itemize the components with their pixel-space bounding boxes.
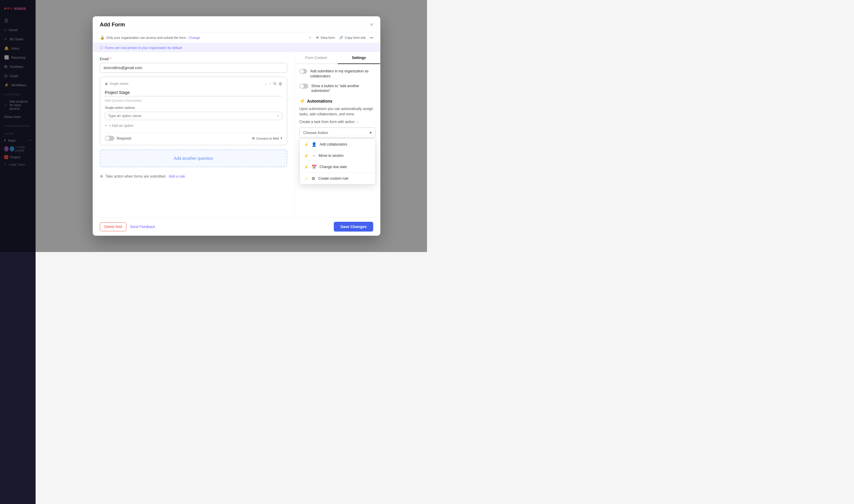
automations-title: ⚡ Automations [300,98,376,104]
privacy-banner: ⓘ Forms are now private to your organiza… [93,43,380,52]
choose-action-dropdown-menu: ⚡ 👤 Add collaborators ⚡ → Move to sectio… [300,139,376,184]
toggle-submission-label: Show a button to "add another submission… [312,84,376,94]
modal-header: Add Form × [93,16,380,32]
option-input[interactable] [108,114,277,118]
more-options-btn[interactable]: ••• [370,36,373,39]
toggle-row-add-submission: Show a button to "add another submission… [300,84,376,94]
move-down-btn[interactable]: ↓ [265,82,267,86]
connect-icon: ⊞ [252,137,255,140]
circle-icon: ◉ [105,82,108,86]
form-area: Email * ◉ Single-select ↓ ↑ ⧉ 🗑 [93,52,295,217]
question-type-label: ◉ Single-select [105,82,128,86]
clear-option-icon[interactable]: × [277,114,279,118]
question-action-buttons: ↓ ↑ ⧉ 🗑 [265,81,282,86]
close-icon[interactable]: × [370,22,373,28]
collaborators-icon: 👤 [312,142,317,147]
modal-body: Email * ◉ Single-select ↓ ↑ ⧉ 🗑 [93,52,380,217]
link-icon: 🔗 [339,36,343,39]
copy-form-link-btn[interactable]: 🔗 Copy form link [339,36,366,39]
chevron-down-icon: ▾ [370,130,372,135]
toggle-row-collaborators: Add submitters in my organization as col… [300,69,376,79]
question-title-input[interactable] [105,89,282,96]
send-feedback-button[interactable]: Send Feedback [130,225,155,229]
change-privacy-link[interactable]: Change [189,36,200,39]
lightning-icon: ⚡ [304,154,309,158]
option-input-row: × [105,112,282,120]
duplicate-btn[interactable]: ⧉ [273,81,276,86]
chevron-down-icon: ▾ [281,137,282,140]
dropdown-item-change-due-date[interactable]: ⚡ 📅 Change due date [300,161,375,173]
info-icon: ⓘ [100,46,103,50]
panel-tabs: Form Content Settings [295,52,380,64]
add-question-text: Add another question [174,156,213,161]
plus-option-icon: + [105,124,107,128]
dropdown-item-move-to-section[interactable]: ⚡ → Move to section [300,150,375,161]
dropdown-item-create-custom-rule[interactable]: ⚡ ⚙ Create custom rule [300,173,375,184]
add-option-btn[interactable]: + + Add an option [105,123,282,129]
automation-description: Upon submission you can automatically as… [300,106,376,117]
add-submission-toggle[interactable] [300,84,308,89]
connect-to-field-btn[interactable]: ⊞ Connect to field ▾ [252,137,282,140]
lightning-icon: ⚡ [304,165,309,169]
add-collaborators-toggle[interactable] [300,69,307,74]
save-changes-button[interactable]: Save Changes [334,222,373,232]
required-toggle: Required [105,136,131,141]
footer-left-actions: Delete field Send Feedback [100,222,155,231]
automation-task-link: Create a task from form with action → [300,120,376,124]
dropdown-item-add-collaborators[interactable]: ⚡ 👤 Add collaborators [300,139,375,150]
required-label: Required [117,137,131,141]
dropdown-item-label: Move to section [319,154,344,158]
question-description[interactable]: Add Question Description [105,99,282,102]
toggle-knob [106,137,109,140]
choose-action-wrapper: Choose Action ▾ ⚡ 👤 Add collaborators ⚡ [300,127,376,138]
privacy-text: Only your organization can access and su… [106,36,187,39]
question-footer: Required ⊞ Connect to field ▾ [105,132,282,141]
tab-settings[interactable]: Settings [337,52,380,64]
arrow-icon: → [312,153,316,158]
choose-action-label: Choose Action [303,130,328,135]
take-action-block: ⚙ Take action when forms are submitted. … [100,172,287,181]
options-label: Single-select options [105,106,282,109]
modal-footer: Delete field Send Feedback Save Changes [93,217,380,236]
email-input[interactable] [100,63,287,73]
banner-text: Forms are now private to your organizati… [105,46,182,50]
add-rule-link[interactable]: Add a rule [169,174,185,179]
automations-label: Automations [307,99,333,104]
add-form-modal: Add Form × 🔒 Only your organization can … [93,16,380,236]
toggle-knob [300,69,304,73]
add-question-block[interactable]: Add another question [100,149,287,167]
gear-icon: ⚡ [304,176,309,181]
delete-question-btn[interactable]: 🗑 [279,82,282,86]
calendar-icon: 📅 [312,164,317,169]
question-header: ◉ Single-select ↓ ↑ ⧉ 🗑 [105,81,282,86]
star-form-btn[interactable]: ☆ [309,36,312,39]
privacy-info: 🔒 Only your organization can access and … [100,35,200,40]
dropdown-item-label: Change due date [320,165,347,169]
toggle-knob [300,84,304,88]
tab-form-content[interactable]: Form Content [295,52,338,64]
delete-field-button[interactable]: Delete field [100,222,127,231]
dropdown-item-label: Add collaborators [320,142,347,146]
email-field-block: Email * [100,57,287,73]
custom-rule-icon: ⚙ [312,176,316,181]
question-block-single-select: ◉ Single-select ↓ ↑ ⧉ 🗑 Add Question Des… [100,77,287,145]
dropdown-item-label: Create custom rule [319,176,349,181]
lock-icon: 🔒 [100,35,105,40]
email-label: Email * [100,57,287,61]
eye-icon: 👁 [316,36,319,39]
lightning-icon: ⚡ [304,142,309,147]
toggle-collaborators-label: Add submitters in my organization as col… [310,69,376,79]
choose-action-dropdown-btn[interactable]: Choose Action ▾ [300,127,376,138]
view-form-btn[interactable]: 👁 View form [316,36,335,39]
action-icon: ⚙ [100,174,103,179]
modal-title: Add Form [100,22,125,28]
form-topbar: 🔒 Only your organization can access and … [93,32,380,43]
lightning-automations-icon: ⚡ [300,98,305,104]
move-up-btn[interactable]: ↑ [269,82,271,86]
take-action-text: Take action when forms are submitted. [106,174,166,179]
required-star: * [110,57,111,61]
required-toggle-switch[interactable] [105,136,114,141]
form-action-buttons: ☆ 👁 View form 🔗 Copy form link ••• [309,36,373,39]
panel-content: Add submitters in my organization as col… [295,64,380,143]
right-panel: Form Content Settings Add submitters in … [295,52,380,217]
